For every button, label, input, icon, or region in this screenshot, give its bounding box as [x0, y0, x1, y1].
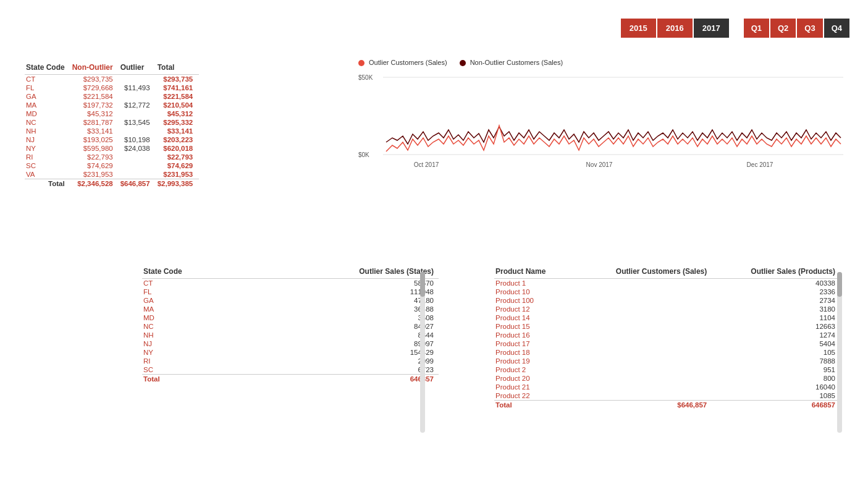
outlier-legend: Outlier Customers (Sales)	[358, 59, 447, 66]
bl-total-row: Total 646857	[142, 375, 439, 384]
bottom-right-scrollbar[interactable]	[837, 272, 842, 433]
bottom-right-table-container: Product Name Outlier Customers (Sales) O…	[494, 266, 840, 409]
table-row: FL$729,668$11,493$741,161	[25, 83, 199, 92]
table-row: CT$293,735$293,735	[25, 75, 199, 84]
table-row: GA$221,584$221,584	[25, 92, 199, 101]
table-row: Product 175404	[494, 339, 840, 348]
table-row: Product 197888	[494, 357, 840, 365]
table-row: NH8644	[142, 331, 439, 339]
year-2017-button[interactable]: 2017	[694, 19, 729, 38]
table-row: MD3508	[142, 313, 439, 322]
chart-legend: Outlier Customers (Sales) Non-Outlier Cu…	[358, 59, 846, 66]
table-row: NY154429	[142, 348, 439, 357]
table-row: CT58570	[142, 279, 439, 288]
table-row: MA$197,732$12,772$210,504	[25, 101, 199, 109]
q4-button[interactable]: Q4	[824, 19, 849, 38]
table-row: Product 140338	[494, 279, 840, 288]
table-row: Product 141104	[494, 313, 840, 322]
table-row: Product 2116040	[494, 383, 840, 391]
outlier-legend-label: Outlier Customers (Sales)	[369, 59, 447, 66]
line-chart-area: Outlier Customers (Sales) Non-Outlier Cu…	[358, 59, 846, 189]
top-left-table: State Code Non-Outlier Outlier Total CT$…	[25, 62, 199, 188]
bottom-left-scrollbar[interactable]	[420, 272, 425, 433]
y-label-50k: $50K	[358, 74, 373, 81]
br-sales-header: Outlier Sales (Products)	[712, 266, 840, 279]
table-row: Product 2951	[494, 365, 840, 374]
table-row: FL111948	[142, 287, 439, 296]
table-row: NH$33,141$33,141	[25, 127, 199, 135]
outlier-legend-dot	[358, 60, 364, 66]
x-label-oct: Oct 2017	[414, 161, 439, 168]
br-customers-header: Outlier Customers (Sales)	[574, 266, 712, 279]
q2-button[interactable]: Q2	[770, 19, 796, 38]
table-row: NY$595,980$24,038$620,018	[25, 144, 199, 153]
table-row: RI$22,793$22,793	[25, 153, 199, 161]
table-row: NJ89097	[142, 339, 439, 348]
toolbar: 2015 2016 2017 Q1 Q2 Q3 Q4	[621, 19, 849, 38]
table-row: SC6723	[142, 365, 439, 375]
year-2016-button[interactable]: 2016	[657, 19, 693, 38]
table-row: NJ$193,025$10,198$203,223	[25, 135, 199, 144]
q1-button[interactable]: Q1	[744, 19, 769, 38]
col-state-header: State Code	[25, 62, 71, 75]
table-row: NC84027	[142, 322, 439, 331]
table-row: Product 1512663	[494, 322, 840, 331]
br-total-row: Total $646,857 646857	[494, 401, 840, 410]
table-row: Product 20800	[494, 374, 840, 383]
q3-button[interactable]: Q3	[797, 19, 822, 38]
bl-state-header: State Code	[142, 266, 248, 279]
table-row: Product 1002734	[494, 296, 840, 305]
col-outlier-header: Outlier	[119, 62, 156, 75]
table-row: Product 123180	[494, 305, 840, 313]
x-label-nov: Nov 2017	[586, 161, 613, 168]
scroll-thumb[interactable]	[420, 272, 425, 297]
total-row: Total $2,346,528 $646,857 $2,993,385	[25, 179, 199, 189]
table-row: MD$45,312$45,312	[25, 109, 199, 118]
scroll-thumb-2[interactable]	[837, 272, 842, 297]
table-row: VA$231,953$231,953	[25, 170, 199, 179]
non-outlier-line	[386, 127, 841, 144]
br-product-header: Product Name	[494, 266, 574, 279]
x-label-dec: Dec 2017	[747, 161, 773, 168]
non-outlier-legend-dot	[460, 60, 466, 66]
main-container: 2015 2016 2017 Q1 Q2 Q3 Q4 State Code No…	[0, 0, 868, 502]
line-chart-svg: $50K $0K Oct 2017 Nov 2017 Dec 2017	[358, 71, 846, 173]
bl-sales-header: Outlier Sales (States)	[248, 266, 439, 279]
col-non-outlier-header: Non-Outlier	[71, 62, 119, 75]
table-row: Product 18105	[494, 348, 840, 357]
table-row: NC$281,787$13,545$295,332	[25, 118, 199, 127]
bottom-left-table-container: State Code Outlier Sales (States) CT5857…	[142, 266, 439, 383]
table-row: RI2099	[142, 357, 439, 365]
year-2015-button[interactable]: 2015	[621, 19, 656, 38]
table-row: Product 221085	[494, 391, 840, 401]
col-total-header: Total	[156, 62, 200, 75]
table-row: Product 102336	[494, 287, 840, 296]
table-row: Product 161274	[494, 331, 840, 339]
table-row: SC$74,629$74,629	[25, 161, 199, 170]
table-row: MA36488	[142, 305, 439, 313]
table-row: GA47180	[142, 296, 439, 305]
non-outlier-legend: Non-Outlier Customers (Sales)	[460, 59, 563, 66]
non-outlier-legend-label: Non-Outlier Customers (Sales)	[470, 59, 563, 66]
y-label-0k: $0K	[358, 151, 369, 158]
